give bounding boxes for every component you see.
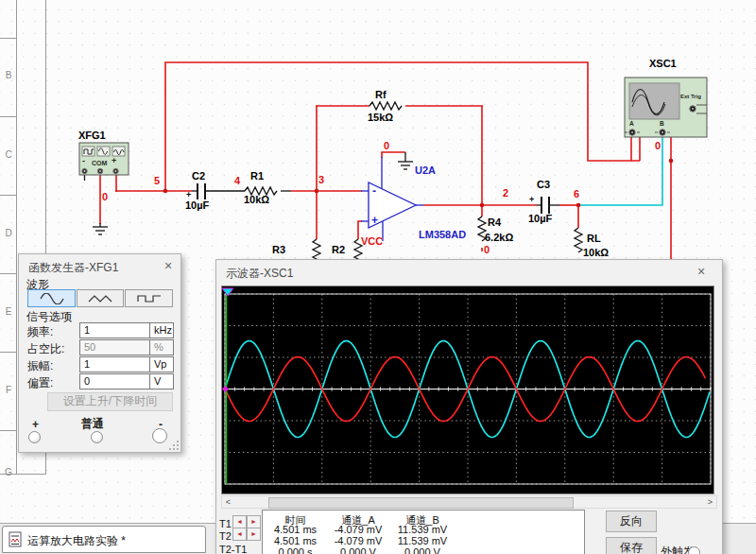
- label-c3: C3: [537, 180, 550, 190]
- channel-y-marker-icon: [222, 386, 229, 392]
- label-r4: R4: [488, 217, 501, 228]
- label-c2: C2: [192, 171, 205, 182]
- cursor-t1-label: T1: [219, 518, 232, 529]
- fg-set-rise-fall-button[interactable]: 设置上升/下降时间: [47, 392, 173, 411]
- fg-triangle-wave-button[interactable]: [77, 289, 124, 307]
- t2-move-left-button[interactable]: ◄: [232, 528, 247, 541]
- fg-frequency-input[interactable]: 1: [79, 322, 150, 338]
- oscilloscope-dialog: 示波器-XSC1 × < > T1 ◄ ► T2 ◄ ► T2-T1: [215, 259, 723, 554]
- fg-amplitude-unit[interactable]: Vp: [149, 356, 174, 372]
- label-rf: Rf: [375, 90, 387, 100]
- fg-minus-terminal[interactable]: [152, 428, 167, 443]
- label-vcc: VCC: [361, 236, 383, 247]
- label-c2-plus: +: [186, 191, 191, 199]
- triangle-wave-icon: [88, 293, 112, 304]
- t1-channel-a: -4.079 mV: [326, 524, 390, 535]
- function-generator-dialog: 函数发生器-XFG1 × 波形 信号选项 频率: 1 kHz 占空比: 50 %…: [18, 253, 181, 453]
- scroll-right-icon[interactable]: >: [704, 496, 716, 508]
- sheet-icon: [9, 531, 23, 547]
- fg-offset-unit[interactable]: V: [149, 373, 174, 390]
- fg-duty-label: 占空比:: [27, 341, 64, 357]
- label-rl: RL: [587, 234, 601, 244]
- fg-frequency-unit[interactable]: kHz: [149, 322, 174, 338]
- fg-common-terminal-label: 普通: [81, 416, 104, 432]
- label-xfg1: XFG1: [78, 130, 106, 141]
- cursor-t2-label: T2: [219, 530, 232, 542]
- label-xsc1: XSC1: [649, 59, 677, 69]
- label-r4-value: 6.2kΩ: [485, 233, 513, 243]
- fg-square-wave-button[interactable]: [125, 289, 173, 307]
- fg-duty-input: 50: [79, 339, 150, 355]
- t2t1-time: 0.000 s: [265, 546, 326, 554]
- xsc-channel-a-label: A: [629, 121, 634, 128]
- label-c3-plus: +: [529, 196, 534, 204]
- opamp-noninverting-input-mark: +: [371, 215, 378, 226]
- xsc-channel-b-label: B: [660, 121, 664, 128]
- fg-amplitude-input[interactable]: 1: [79, 356, 150, 372]
- t2t1-channel-a: 0.000 V: [326, 546, 390, 554]
- scope-close-icon[interactable]: ×: [694, 264, 709, 279]
- label-r3: R3: [272, 245, 285, 255]
- fg-plus-terminal[interactable]: [28, 431, 41, 443]
- sine-wave-icon: [40, 293, 64, 304]
- xfg-plus-terminal-label: +: [112, 157, 116, 165]
- label-c3-value: 10µF: [528, 214, 552, 224]
- scope-display: [221, 286, 714, 494]
- fg-resize-grip[interactable]: [168, 440, 180, 451]
- fg-amplitude-label: 振幅:: [27, 358, 53, 374]
- fg-sine-wave-button[interactable]: [27, 289, 76, 307]
- label-r1: R1: [250, 171, 264, 182]
- fg-dialog-title[interactable]: 函数发生器-XFG1: [28, 260, 118, 276]
- fg-common-terminal[interactable]: [91, 431, 103, 443]
- square-wave-icon: [137, 293, 162, 304]
- t2-channel-a: -4.079 mV: [326, 535, 390, 546]
- label-rl-value: 10kΩ: [583, 248, 609, 258]
- reverse-button[interactable]: 反向: [606, 511, 657, 532]
- fg-offset-label: 偏置:: [27, 375, 53, 391]
- xsc-ext-trig-label: Ext Trig: [680, 94, 701, 99]
- t1-move-right-button[interactable]: ►: [247, 515, 261, 528]
- cursor-marker-icon: [222, 288, 233, 296]
- t2-move-right-button[interactable]: ►: [247, 528, 261, 541]
- fg-plus-terminal-label: +: [32, 418, 39, 431]
- label-r1-value: 10kΩ: [244, 195, 269, 205]
- label-lm358ad: LM358AD: [419, 230, 466, 240]
- xfg-com-terminal-label: COM: [92, 160, 107, 166]
- t2-channel-b: 11.539 mV: [390, 535, 455, 546]
- fg-offset-input[interactable]: 0: [79, 373, 150, 390]
- opamp-inverting-input-mark: -: [372, 185, 376, 197]
- label-u2a: U2A: [415, 165, 436, 176]
- label-rf-value: 15kΩ: [368, 113, 393, 123]
- label-c2-value: 10µF: [185, 200, 209, 211]
- cursor-t2t1-label: T2-T1: [219, 544, 247, 554]
- ext-trigger-radio[interactable]: [688, 546, 700, 554]
- t1-move-left-button[interactable]: ◄: [232, 515, 247, 528]
- t2-time: 4.501 ms: [265, 535, 326, 546]
- function-generator-icon[interactable]: [79, 143, 129, 175]
- wire-channel-b[interactable]: [579, 135, 662, 205]
- t2t1-channel-b: 0.000 V: [390, 546, 455, 554]
- fg-duty-unit: %: [149, 339, 174, 355]
- sheet-tab[interactable]: 运算放大电路实验 *: [2, 526, 206, 553]
- fg-close-icon[interactable]: ×: [161, 258, 176, 273]
- scope-readout-table: 时间 通道_A 通道_B 4.501 ms -4.079 mV 11.539 m…: [262, 510, 585, 554]
- scope-scrollbar[interactable]: < >: [221, 495, 717, 509]
- save-button[interactable]: 保存: [606, 537, 657, 554]
- multisim-workspace: B C D E F G: [0, 0, 756, 554]
- sheet-tab-label: 运算放大电路实验 *: [27, 533, 126, 549]
- xfg-minus-terminal-label: -: [82, 157, 85, 165]
- scope-scrollbar-thumb[interactable]: [268, 497, 574, 509]
- scope-dialog-title[interactable]: 示波器-XSC1: [226, 266, 293, 282]
- oscilloscope-icon[interactable]: [625, 78, 707, 137]
- fg-frequency-label: 频率:: [27, 324, 53, 340]
- label-r2: R2: [332, 245, 345, 255]
- t1-time: 4.501 ms: [265, 524, 326, 535]
- fg-signal-options-label: 信号选项: [26, 309, 72, 325]
- t1-channel-b: 11.539 mV: [390, 524, 455, 535]
- scroll-left-icon[interactable]: <: [222, 496, 234, 508]
